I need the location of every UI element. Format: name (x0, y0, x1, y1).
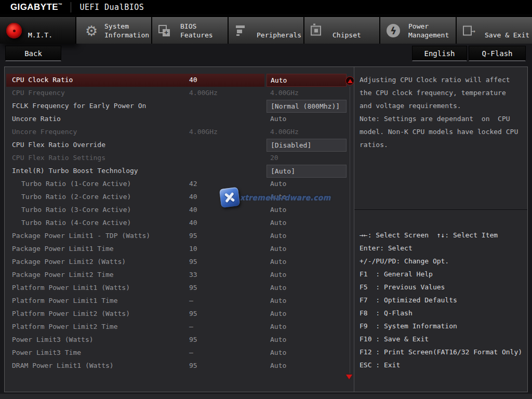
language-button[interactable]: English (412, 46, 467, 61)
setting-row[interactable]: DRAM Power Limit1 (Watts) 95 Auto (5, 360, 354, 373)
tab-chipset[interactable]: Chipset (304, 17, 379, 44)
text-line: Adjusting CPU Clock ratio will affect (360, 73, 525, 86)
mit-target-icon (6, 23, 22, 38)
setting-row[interactable]: CPU Clock Ratio 40 Auto (5, 74, 354, 87)
setting-row[interactable]: Turbo Ratio (1-Core Active) 42 Auto (5, 178, 354, 191)
gigabyte-logo: GIGABYTE™ (10, 2, 62, 12)
setting-row[interactable]: Power Limit3 Time – Auto (5, 347, 354, 360)
brand-text: GIGABYTE (10, 2, 58, 12)
scroll-down-indicator[interactable] (346, 375, 352, 379)
settings-list: CPU Clock Ratio 40 Auto CPU Frequency 4.… (5, 74, 354, 373)
setting-row[interactable]: Platform Power Limit2 Time – Auto (5, 321, 354, 334)
setting-label: Package Power Limit1 - TDP (Watts) (12, 232, 150, 240)
setting-label: Platform Power Limit2 (Watts) (12, 310, 130, 317)
setting-current-value: 95 (189, 232, 197, 240)
setting-row[interactable]: Turbo Ratio (4-Core Active) 40 Auto (5, 217, 354, 230)
text-line: F8 : Q-Flash (360, 307, 526, 320)
setting-row[interactable]: Intel(R) Turbo Boost Technology [Auto] (5, 165, 354, 178)
setting-current-value: 40 (189, 193, 197, 201)
setting-current-value: – (189, 323, 193, 330)
text-line: the CPU clock frequency, temperature (360, 86, 525, 99)
tab-label: BIOS Features (180, 22, 213, 39)
tab-peripherals[interactable]: Peripherals (229, 17, 303, 44)
setting-row[interactable]: Uncore Ratio Auto (5, 113, 354, 126)
setting-current-value: 33 (189, 271, 197, 278)
bios-icon (158, 25, 170, 36)
setting-row[interactable]: FCLK Frequency for Early Power On [Norma… (5, 100, 354, 113)
setting-current-value: – (189, 349, 193, 356)
setting-option-value: Auto (267, 282, 347, 295)
setting-current-value: 10 (189, 245, 197, 252)
setting-current-value: 4.00GHz (189, 128, 218, 136)
setting-row[interactable]: Turbo Ratio (3-Core Active) 40 Auto (5, 204, 354, 217)
setting-row[interactable]: Package Power Limit2 Time 33 Auto (5, 269, 354, 282)
top-brand-bar: GIGABYTE™ UEFI DualBIOS (0, 0, 532, 14)
tab-system-information[interactable]: System Information (76, 17, 151, 44)
scrollbar-track[interactable] (350, 87, 350, 374)
setting-row[interactable]: Package Power Limit1 Time 10 Auto (5, 243, 354, 256)
scroll-up-indicator[interactable] (345, 76, 354, 85)
setting-label: CPU Flex Ratio Override (12, 141, 105, 149)
text-line: F7 : Optimized Defaults (360, 294, 526, 307)
up-triangle-icon (348, 79, 353, 83)
setting-label: FCLK Frequency for Early Power On (12, 102, 146, 110)
help-panel: Adjusting CPU Clock ratio will affectthe… (354, 67, 527, 392)
back-button[interactable]: Back (5, 46, 61, 61)
setting-label: Intel(R) Turbo Boost Technology (12, 167, 138, 175)
setting-row[interactable]: Turbo Ratio (2-Core Active) 40 Auto (5, 191, 354, 204)
setting-row[interactable]: CPU Frequency 4.00GHz 4.00GHz (5, 87, 354, 100)
power-icon (387, 24, 400, 37)
qflash-button[interactable]: Q-Flash (469, 46, 526, 61)
setting-row[interactable]: Package Power Limit1 - TDP (Watts) 95 Au… (5, 230, 354, 243)
setting-label: DRAM Power Limit1 (Watts) (12, 362, 114, 369)
setting-row[interactable]: Package Power Limit2 (Watts) 95 Auto (5, 256, 354, 269)
setting-option-value: Auto (267, 217, 347, 230)
tab-m-i-t[interactable]: M.I.T. (0, 17, 75, 44)
text-line: F1 : General Help (360, 268, 526, 281)
setting-label: Package Power Limit1 Time (12, 245, 114, 252)
setting-current-value: 95 (189, 362, 197, 369)
setting-option-value: Auto (267, 269, 347, 282)
tab-label: M.I.T. (28, 31, 52, 39)
tab-bios-features[interactable]: BIOS Features (152, 17, 228, 44)
setting-current-value: 40 (189, 206, 197, 214)
setting-option-value: Auto (267, 256, 347, 269)
help-panel-divider (354, 209, 527, 210)
setting-option-value: Auto (267, 191, 347, 204)
chipset-icon (311, 26, 321, 36)
setting-row[interactable]: Platform Power Limit2 (Watts) 95 Auto (5, 308, 354, 321)
setting-option-value: Auto (267, 178, 347, 191)
setting-label: CPU Frequency (12, 89, 65, 97)
text-line: Note: Settings are dependant on CPU (360, 112, 525, 125)
setting-label: CPU Clock Ratio (12, 76, 73, 84)
tab-label: Peripherals (257, 31, 301, 39)
tab-save-exit[interactable]: Save & Exit (457, 17, 532, 44)
trademark-symbol: ™ (58, 3, 62, 7)
setting-current-value: 95 (189, 310, 197, 317)
text-line: model. Non-K CPU models have locked CPU (360, 125, 525, 138)
setting-current-value: – (189, 297, 193, 304)
setting-option-value: Auto (267, 295, 347, 308)
setting-current-value: 40 (189, 76, 197, 84)
setting-row[interactable]: CPU Flex Ratio Override [Disabled] (5, 139, 354, 152)
setting-row[interactable]: Power Limit3 (Watts) 95 Auto (5, 334, 354, 347)
setting-option-value: Auto (267, 334, 347, 347)
setting-row[interactable]: Platform Power Limit1 (Watts) 95 Auto (5, 282, 354, 295)
setting-option-value: Auto (267, 74, 347, 87)
setting-option-value: [Normal (800Mhz)] (267, 100, 347, 113)
text-line: F12 : Print Screen(FAT16/32 Format Only) (360, 345, 526, 358)
setting-option-value: Auto (267, 113, 347, 126)
tab-label: Chipset (332, 31, 361, 39)
setting-option-value: Auto (267, 308, 347, 321)
text-line: →←: Select Screen ↑↓: Select Item (360, 229, 526, 242)
text-line: F10 : Save & Exit (360, 332, 526, 345)
setting-row[interactable]: CPU Flex Ratio Settings 20 (5, 152, 354, 165)
text-line: Enter: Select (360, 242, 526, 255)
setting-row[interactable]: Platform Power Limit1 Time – Auto (5, 295, 354, 308)
exit-icon (463, 26, 472, 36)
setting-current-value: 40 (189, 219, 197, 227)
tab-power-management[interactable]: Power Management (380, 17, 456, 44)
setting-row[interactable]: Uncore Frequency 4.00GHz 4.00GHz (5, 126, 354, 139)
setting-label: Platform Power Limit2 Time (12, 323, 118, 330)
setting-label: Package Power Limit2 Time (12, 271, 114, 278)
